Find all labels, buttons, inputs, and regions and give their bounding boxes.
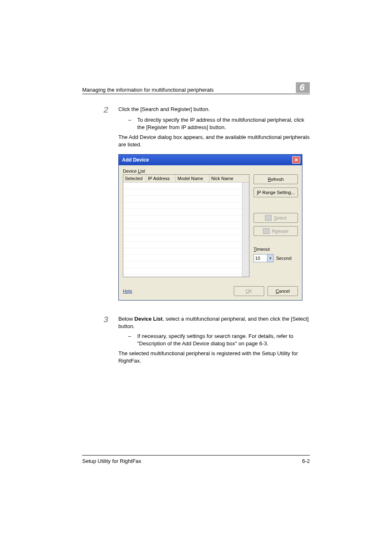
timeout-label: Timeout (254, 247, 298, 252)
table-row[interactable] (123, 268, 242, 275)
step-2-after-note: The Add Device dialog box appears, and t… (118, 134, 310, 148)
table-row[interactable] (123, 261, 242, 268)
scrollbar[interactable] (242, 183, 249, 277)
release-button[interactable]: Release (254, 226, 298, 236)
table-row[interactable] (123, 235, 242, 242)
table-row[interactable] (123, 196, 242, 202)
add-device-dialog: Add Device ✕ Device List Selected IP Add… (118, 154, 302, 301)
col-nick-name[interactable]: Nick Name (210, 175, 249, 182)
table-row[interactable] (123, 275, 242, 277)
table-row[interactable] (123, 189, 242, 196)
col-model-name[interactable]: Model Name (176, 175, 210, 182)
timeout-unit: Second (276, 256, 291, 261)
bullet-dash: – (128, 116, 137, 131)
running-head: Managing the information for multifuncti… (82, 87, 296, 93)
close-icon[interactable]: ✕ (292, 156, 300, 164)
table-row[interactable] (123, 222, 242, 229)
select-button[interactable]: Select (254, 213, 298, 223)
ip-range-setting-button[interactable]: IP Range Setting... (254, 187, 298, 197)
table-row[interactable] (123, 202, 242, 209)
footer-left: Setup Utility for RightFax (82, 458, 141, 464)
timeout-combo[interactable]: ▼ (254, 254, 274, 262)
step-3-text: Below Device List, select a multifunctio… (118, 315, 310, 330)
table-row[interactable] (123, 242, 242, 248)
col-ip-address[interactable]: IP Address (146, 175, 176, 182)
footer-right: 6-2 (302, 458, 310, 464)
release-icon (263, 228, 270, 234)
step-2-bullet: To directly specify the IP address of th… (137, 116, 310, 131)
step-3-bullet: If necessary, specify settings for searc… (137, 333, 310, 347)
cancel-button[interactable]: Cancel (267, 286, 298, 296)
step-number-3: 3 (104, 315, 118, 324)
device-list-table[interactable]: Selected IP Address Model Name Nick Name (123, 174, 249, 277)
step-2-text: Click the [Search and Register] button. (118, 106, 210, 113)
dialog-title: Add Device (122, 157, 149, 163)
help-link[interactable]: Help (123, 289, 132, 294)
table-row[interactable] (123, 209, 242, 215)
table-row[interactable] (123, 255, 242, 261)
chapter-badge: 6 (296, 82, 310, 93)
ok-button[interactable]: OK (234, 286, 264, 296)
col-selected[interactable]: Selected (123, 175, 146, 182)
refresh-button[interactable]: Refresh (254, 174, 298, 184)
timeout-input[interactable] (254, 256, 267, 261)
step-3-after-note: The selected multifunctional peripheral … (118, 350, 310, 365)
chevron-down-icon[interactable]: ▼ (267, 254, 273, 262)
device-list-label: Device List (123, 169, 298, 173)
table-row[interactable] (123, 215, 242, 222)
table-row[interactable] (123, 229, 242, 235)
select-icon (265, 215, 272, 221)
table-row[interactable] (123, 183, 242, 189)
bullet-dash: – (128, 333, 137, 347)
table-row[interactable] (123, 248, 242, 255)
step-number-2: 2 (104, 106, 118, 114)
device-list-bold: Device List (134, 316, 163, 322)
